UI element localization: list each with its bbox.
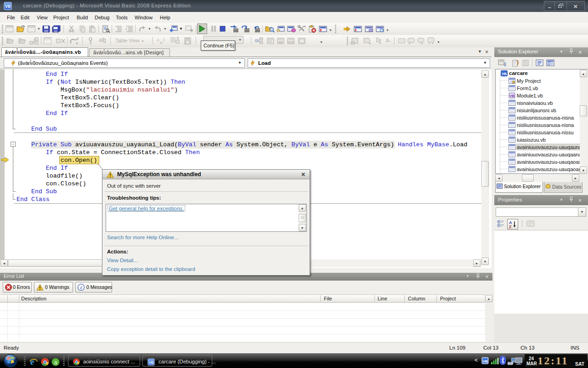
svg-text:VB: VB: [148, 361, 153, 365]
svg-text:AB: AB: [278, 40, 283, 44]
svg-text:a: a: [54, 359, 57, 366]
svg-text:VB: VB: [502, 72, 507, 76]
svg-text:i: i: [80, 285, 82, 290]
svg-text:a: a: [160, 40, 162, 45]
svg-text:Z: Z: [509, 224, 512, 228]
svg-text:VB: VB: [509, 94, 514, 98]
svg-text:VB: VB: [482, 359, 487, 363]
svg-text:VB: VB: [5, 4, 11, 9]
svg-text:A: A: [156, 38, 159, 42]
svg-text:GHI: GHI: [288, 40, 294, 44]
svg-text:e: e: [30, 357, 34, 367]
